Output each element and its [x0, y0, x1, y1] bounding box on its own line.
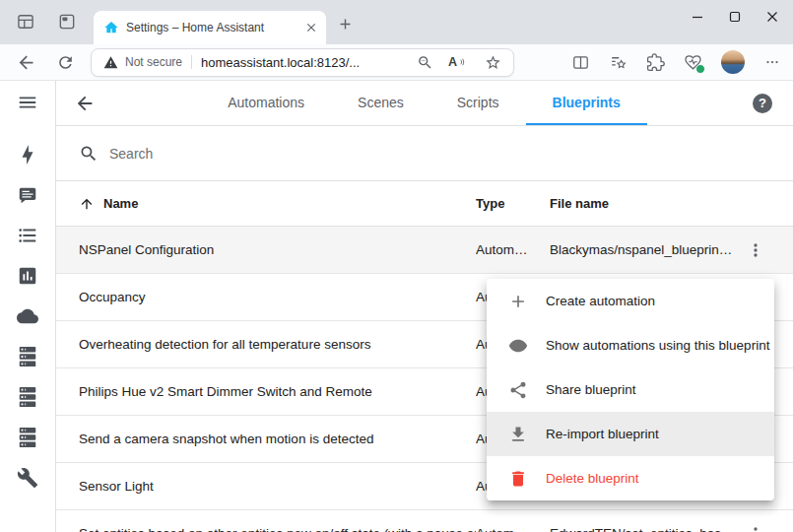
workspaces-icon[interactable]	[16, 12, 35, 32]
blueprint-type: Autom…	[476, 526, 550, 532]
column-header-name[interactable]: Name	[103, 196, 138, 211]
menu-item-share-blueprint[interactable]: Share blueprint	[487, 367, 774, 412]
menu-item-reimport-blueprint[interactable]: Re-import blueprint	[487, 412, 774, 456]
new-tab-icon[interactable]	[337, 16, 354, 33]
tab-scripts[interactable]: Scripts	[430, 81, 526, 125]
bolt-icon[interactable]	[17, 144, 38, 166]
tab-blueprints[interactable]: Blueprints	[526, 81, 647, 125]
server-icon[interactable]	[17, 386, 38, 408]
more-menu-icon[interactable]	[763, 53, 781, 71]
profile-avatar[interactable]	[721, 50, 745, 74]
url-host: homeassistant.local	[201, 55, 313, 70]
blueprint-file: EdwardTEN/set_entities_bas…	[550, 526, 744, 532]
ha-header: Automations Scenes Scripts Blueprints ?	[56, 81, 793, 126]
sidebar-menu-icon[interactable]	[17, 92, 38, 113]
home-assistant-favicon	[103, 20, 119, 35]
extensions-icon[interactable]	[646, 53, 665, 72]
row-overflow-menu-icon[interactable]	[744, 240, 767, 260]
window-controls	[679, 0, 791, 33]
read-aloud-icon[interactable]: A	[448, 55, 470, 69]
row-context-menu: Create automation Show automations using…	[487, 279, 774, 500]
blueprint-name: Occupancy	[79, 290, 476, 304]
plus-icon	[508, 292, 528, 311]
table-row[interactable]: NSPanel Configuration Autom… Blackymas/n…	[56, 227, 793, 274]
chat-panel-icon[interactable]	[17, 184, 38, 206]
wrench-icon[interactable]	[17, 467, 38, 489]
zoom-out-icon[interactable]	[417, 54, 433, 71]
browser-toolbar: Not secure homeassistant.local:8123/... …	[0, 44, 793, 81]
sidebar-nav	[17, 144, 38, 489]
address-bar[interactable]: Not secure homeassistant.local:8123/... …	[91, 48, 514, 77]
column-header-type[interactable]: Type	[476, 196, 550, 211]
tab-actions-icon[interactable]	[57, 12, 77, 32]
blueprint-name: Send a camera snapshot when motion is de…	[79, 432, 476, 446]
ha-tab-bar: Automations Scenes Scripts Blueprints	[96, 81, 753, 125]
menu-item-show-automations[interactable]: Show automations using this blueprint	[487, 323, 774, 367]
ha-back-icon[interactable]	[74, 93, 96, 114]
blueprint-type: Autom…	[476, 242, 550, 257]
blueprint-name: Overheating detection for all temperatur…	[79, 337, 476, 352]
back-icon[interactable]	[16, 52, 36, 73]
search-placeholder: Search	[109, 146, 153, 162]
search-bar[interactable]: Search	[56, 126, 793, 181]
toolbar-actions	[571, 50, 781, 74]
ha-sidebar	[0, 81, 56, 532]
close-window-button[interactable]	[754, 0, 791, 33]
url-path: :8123/...	[313, 55, 360, 70]
blueprint-name: NSPanel Configuration	[79, 242, 476, 257]
blueprint-file: Blackymas/nspanel_blueprin…	[550, 242, 744, 257]
row-overflow-menu-icon[interactable]	[744, 524, 767, 532]
search-icon	[79, 144, 99, 164]
not-secure-warning-icon[interactable]	[103, 55, 118, 70]
server-icon[interactable]	[17, 427, 38, 448]
security-label: Not secure	[125, 55, 182, 69]
chart-box-icon[interactable]	[17, 265, 38, 287]
blueprint-name: Philips Hue v2 Smart Dimmer Switch and R…	[79, 384, 476, 399]
split-screen-icon[interactable]	[571, 53, 590, 72]
trash-icon	[508, 469, 528, 489]
cloud-icon[interactable]	[17, 305, 38, 327]
column-header-file[interactable]: File name	[550, 196, 744, 211]
download-icon	[508, 425, 528, 444]
share-icon	[508, 380, 528, 400]
refresh-icon[interactable]	[56, 53, 75, 72]
help-icon[interactable]: ?	[753, 94, 772, 113]
divider	[191, 55, 192, 69]
list-icon[interactable]	[17, 225, 38, 246]
menu-item-create-automation[interactable]: Create automation	[487, 279, 774, 323]
table-row[interactable]: Set entities based on other entities new…	[56, 510, 793, 532]
browser-tab-strip: Settings – Home Assistant	[0, 0, 793, 44]
minimize-button[interactable]	[679, 0, 716, 33]
tab-scenes[interactable]: Scenes	[331, 81, 430, 125]
tab-automations[interactable]: Automations	[201, 81, 331, 125]
eye-icon	[508, 336, 528, 356]
table-header-row: Name Type File name	[56, 181, 793, 227]
browser-essentials-icon[interactable]	[684, 53, 702, 72]
blueprint-name: Sensor Light	[79, 479, 476, 494]
server-icon[interactable]	[17, 346, 38, 367]
tab-title: Settings – Home Assistant	[126, 21, 297, 34]
favorites-icon[interactable]	[609, 53, 628, 72]
tab-close-icon[interactable]	[304, 21, 318, 34]
sort-arrow-up-icon[interactable]	[79, 196, 95, 212]
blueprint-name: Set entities based on other entities new…	[79, 526, 476, 532]
active-browser-tab[interactable]: Settings – Home Assistant	[94, 11, 326, 44]
maximize-button[interactable]	[716, 0, 754, 33]
menu-item-delete-blueprint[interactable]: Delete blueprint	[487, 456, 774, 500]
favorite-star-icon[interactable]	[485, 54, 501, 71]
